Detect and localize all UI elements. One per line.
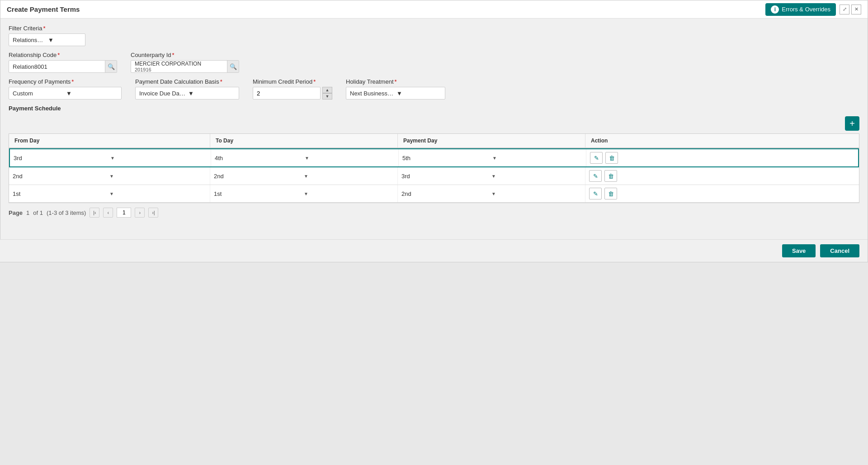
payment-day-select-2[interactable]: 3rd ▼	[401, 173, 581, 180]
edit-button-3[interactable]: ✎	[589, 188, 602, 199]
counterparty-id-search-button[interactable]: 🔍	[227, 61, 239, 72]
filter-criteria-value: Relationship and CounterParty B...	[13, 37, 46, 43]
last-page-button[interactable]: ›|	[148, 208, 158, 218]
payment-date-label: Payment Date Calculation Basis*	[135, 78, 239, 85]
payment-day-cell-3: 2nd ▼	[398, 185, 585, 202]
delete-button-1[interactable]: 🗑	[605, 152, 618, 164]
chevron-down-icon: ▼	[492, 156, 582, 161]
counterparty-id-label: Counterparty Id*	[131, 52, 239, 58]
counterparty-id-group: Counterparty Id* MERCIER CORPORATION 201…	[131, 52, 239, 73]
edit-button-2[interactable]: ✎	[589, 170, 602, 182]
to-day-select-2[interactable]: 2nd ▼	[214, 173, 394, 180]
payment-schedule-title: Payment Schedule	[9, 105, 859, 112]
relationship-code-label: Relationship Code*	[9, 52, 117, 58]
payment-date-group: Payment Date Calculation Basis* Invoice …	[135, 78, 239, 100]
min-credit-label: Minimum Credit Period*	[253, 78, 332, 85]
table-header: From Day To Day Payment Day Action	[9, 134, 859, 148]
to-day-cell-2: 2nd ▼	[210, 167, 398, 185]
counterparty-id-input-wrap: MERCIER CORPORATION 201916 🔍	[131, 60, 239, 73]
modal-container: Create Payment Terms i Errors & Override…	[0, 0, 868, 262]
action-buttons-1: ✎ 🗑	[590, 152, 618, 164]
to-day-cell-3: 1st ▼	[210, 185, 398, 202]
filter-criteria-group: Filter Criteria* Relationship and Counte…	[9, 25, 859, 46]
holiday-treatment-select[interactable]: Next Business Date ▼	[346, 87, 445, 100]
payment-schedule-table: From Day To Day Payment Day Action 3rd ▼…	[9, 133, 859, 203]
relationship-code-search-button[interactable]: 🔍	[105, 61, 117, 72]
add-row-button[interactable]: +	[845, 116, 859, 131]
from-day-cell-3: 1st ▼	[9, 185, 210, 202]
frequency-value: Custom	[13, 90, 64, 97]
chevron-down-icon: ▼	[304, 174, 394, 179]
expand-button[interactable]: ⤢	[840, 5, 849, 14]
table-row: 3rd ▼ 4th ▼ 5th ▼	[9, 148, 859, 167]
payment-date-select[interactable]: Invoice Due Date + Minimum Te... ▼	[135, 87, 239, 100]
filter-criteria-section: Filter Criteria* Relationship and Counte…	[9, 25, 859, 46]
table-row: 2nd ▼ 2nd ▼ 3rd ▼	[9, 167, 859, 185]
window-controls: ⤢ ✕	[840, 5, 861, 14]
delete-button-2[interactable]: 🗑	[604, 170, 617, 182]
from-day-cell-2: 2nd ▼	[9, 167, 210, 185]
errors-btn-label: Errors & Overrides	[782, 6, 830, 13]
min-credit-input[interactable]	[253, 87, 321, 100]
holiday-treatment-group: Holiday Treatment* Next Business Date ▼	[346, 78, 445, 100]
next-page-button[interactable]: ›	[135, 208, 145, 218]
page-input[interactable]	[117, 208, 131, 218]
from-day-select-3[interactable]: 1st ▼	[13, 190, 206, 197]
chevron-down-icon: ▼	[304, 191, 394, 196]
counterparty-id-value: 201916	[135, 67, 223, 72]
chevron-down-icon: ▼	[305, 156, 395, 161]
from-day-select-2[interactable]: 2nd ▼	[13, 173, 206, 180]
payment-options-row: Frequency of Payments* Custom ▼ Payment …	[9, 78, 859, 100]
errors-overrides-button[interactable]: i Errors & Overrides	[765, 3, 836, 16]
to-day-select-3[interactable]: 1st ▼	[214, 190, 394, 197]
delete-button-3[interactable]: 🗑	[604, 188, 617, 199]
payment-day-select-1[interactable]: 5th ▼	[402, 155, 582, 161]
pagination-bar: Page 1 of 1 (1-3 of 3 items) |‹ ‹ › ›|	[9, 203, 859, 222]
chevron-down-icon: ▼	[109, 174, 206, 179]
payment-day-cell-1: 5th ▼	[399, 149, 586, 166]
relationship-code-input-wrap: 🔍	[9, 60, 117, 73]
action-cell-2: ✎ 🗑	[585, 167, 671, 185]
close-button[interactable]: ✕	[851, 5, 861, 14]
to-day-select-1[interactable]: 4th ▼	[215, 155, 395, 161]
holiday-treatment-label: Holiday Treatment*	[346, 78, 445, 85]
frequency-group: Frequency of Payments* Custom ▼	[9, 78, 122, 100]
of-label: of 1	[33, 209, 43, 216]
to-day-header: To Day	[210, 134, 398, 147]
from-day-cell-1: 3rd ▼	[10, 149, 211, 166]
cancel-button[interactable]: Cancel	[820, 244, 859, 257]
save-button[interactable]: Save	[782, 244, 816, 257]
chevron-down-icon: ▼	[110, 156, 207, 161]
payment-date-value: Invoice Due Date + Minimum Te...	[139, 90, 186, 97]
action-buttons-2: ✎ 🗑	[589, 170, 617, 182]
counterparty-name: MERCIER CORPORATION	[135, 61, 223, 67]
prev-page-button[interactable]: ‹	[103, 208, 113, 218]
items-info: (1-3 of 3 items)	[47, 209, 86, 216]
frequency-select[interactable]: Custom ▼	[9, 87, 122, 100]
action-cell-3: ✎ 🗑	[585, 185, 671, 202]
modal-body: Filter Criteria* Relationship and Counte…	[0, 19, 868, 228]
payment-day-header: Payment Day	[398, 134, 585, 147]
payment-day-select-3[interactable]: 2nd ▼	[401, 190, 581, 197]
info-icon: i	[771, 5, 779, 14]
edit-button-1[interactable]: ✎	[590, 152, 603, 164]
chevron-down-icon: ▼	[188, 90, 235, 97]
filter-criteria-label: Filter Criteria*	[9, 25, 859, 32]
filter-criteria-select[interactable]: Relationship and CounterParty B... ▼	[9, 33, 85, 46]
to-day-cell-1: 4th ▼	[211, 149, 399, 166]
modal-footer: Save Cancel	[0, 239, 868, 262]
add-button-container: +	[9, 116, 859, 133]
decrement-button[interactable]: ▼	[322, 93, 332, 100]
holiday-treatment-value: Next Business Date	[350, 90, 395, 97]
table-row: 1st ▼ 1st ▼ 2nd ▼	[9, 185, 859, 203]
chevron-down-icon: ▼	[491, 174, 581, 179]
chevron-down-icon: ▼	[491, 191, 581, 196]
action-buttons-3: ✎ 🗑	[589, 188, 617, 199]
from-day-header: From Day	[9, 134, 210, 147]
relationship-code-input[interactable]	[9, 61, 105, 72]
chevron-down-icon: ▼	[66, 90, 118, 97]
from-day-select-1[interactable]: 3rd ▼	[14, 155, 207, 161]
increment-button[interactable]: ▲	[322, 87, 332, 93]
first-page-button[interactable]: |‹	[90, 208, 99, 218]
payment-day-cell-2: 3rd ▼	[398, 167, 585, 185]
